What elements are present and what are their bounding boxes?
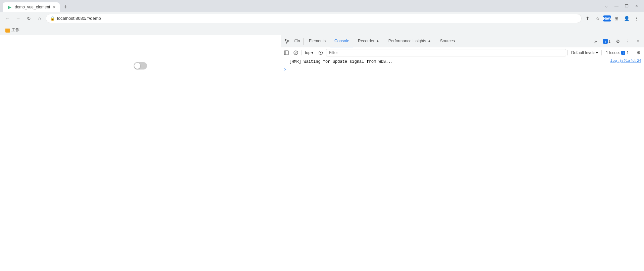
- svg-rect-1: [298, 40, 300, 42]
- tab-favicon: ▶: [7, 4, 12, 10]
- bookmark-icon[interactable]: ☆: [593, 14, 602, 23]
- svg-line-7: [294, 51, 297, 54]
- tab-performance-insights[interactable]: Performance insights ▲: [384, 35, 435, 47]
- devtools-settings-button[interactable]: ⚙: [613, 37, 623, 46]
- device-emulation-button[interactable]: [292, 37, 302, 46]
- tab-sources[interactable]: Sources: [436, 35, 459, 47]
- browser-window: ▶ demo_vue_element × + ⌄ — ❐ × ← → ↻ ⌂ 🔒…: [0, 0, 644, 271]
- toggle-switch[interactable]: [134, 62, 147, 70]
- devtools-close-button[interactable]: ×: [633, 37, 643, 46]
- console-filter-input[interactable]: [326, 49, 566, 56]
- devtools-panel: Elements Console Recorder ▲ Performance …: [281, 35, 644, 271]
- profile-button[interactable]: 👤: [622, 14, 631, 23]
- new-tab-button[interactable]: +: [61, 2, 71, 12]
- console-prompt-line[interactable]: >: [281, 66, 644, 73]
- tab-close-button[interactable]: ×: [53, 5, 55, 9]
- extensions-button[interactable]: ⊞: [612, 14, 621, 23]
- extension-icon[interactable]: New: [603, 15, 611, 21]
- prompt-chevron: >: [284, 67, 286, 72]
- devtools-toolbar: top ▾ Default levels ▾ 1 Issue:: [281, 47, 644, 58]
- title-bar-controls: ⌄ — ❐ ×: [602, 1, 641, 11]
- tab-elements[interactable]: Elements: [305, 35, 330, 47]
- bookmark-folder-icon: [5, 29, 10, 33]
- clear-console-button[interactable]: [292, 49, 300, 57]
- devtools-header: Elements Console Recorder ▲ Performance …: [281, 35, 644, 47]
- console-log-text: [HMR] Waiting for update signal from WDS…: [289, 59, 604, 65]
- back-button[interactable]: ←: [3, 14, 12, 23]
- refresh-button[interactable]: ↻: [24, 14, 34, 23]
- tab-recorder[interactable]: Recorder ▲: [354, 35, 384, 47]
- minimize-button[interactable]: —: [612, 1, 621, 11]
- home-button[interactable]: ⌂: [35, 14, 44, 23]
- console-entry-hmr: [HMR] Waiting for update signal from WDS…: [281, 58, 644, 66]
- page-area: [0, 35, 281, 271]
- console-issues-button[interactable]: 1 Issue: i 1: [603, 50, 632, 56]
- bookmarks-bar: 工作: [0, 25, 644, 35]
- bookmark-label: 工作: [11, 27, 19, 33]
- more-tabs-button[interactable]: »: [591, 37, 600, 46]
- svg-text:i: i: [623, 51, 624, 55]
- title-bar: ▶ demo_vue_element × + ⌄ — ❐ ×: [0, 0, 644, 12]
- close-button[interactable]: ×: [632, 1, 641, 11]
- tab-title: demo_vue_element: [15, 5, 50, 9]
- chevron-down-icon[interactable]: ⌄: [602, 1, 611, 11]
- address-bar: ← → ↻ ⌂ 🔒 localhost:8080/#/demo ⬆ ☆ New …: [0, 12, 644, 25]
- log-levels-button[interactable]: Default levels ▾: [569, 50, 600, 56]
- console-sidebar-button[interactable]: [282, 49, 290, 57]
- settings-button[interactable]: ⋮: [632, 14, 641, 23]
- context-selector[interactable]: top ▾: [303, 50, 315, 56]
- main-content: Elements Console Recorder ▲ Performance …: [0, 35, 644, 271]
- issues-count: 1: [627, 50, 629, 55]
- svg-text:i: i: [605, 40, 606, 43]
- console-settings-button[interactable]: ⚙: [635, 49, 643, 57]
- issues-button[interactable]: i 1: [601, 37, 612, 46]
- issues-label: 1 Issue:: [606, 50, 620, 55]
- inspect-element-button[interactable]: [282, 37, 292, 46]
- tab-bar: ▶ demo_vue_element × +: [3, 0, 600, 12]
- svg-rect-0: [295, 40, 298, 42]
- lock-icon: 🔒: [50, 16, 55, 21]
- console-log-source[interactable]: log.js?1afd:24: [605, 59, 641, 63]
- tab-console[interactable]: Console: [330, 35, 353, 47]
- live-expression-button[interactable]: [317, 49, 325, 57]
- address-bar-right: ⬆ ☆ New ⊞ 👤 ⋮: [583, 14, 641, 23]
- svg-point-9: [320, 52, 321, 53]
- url-bar[interactable]: 🔒 localhost:8080/#/demo: [46, 14, 582, 23]
- active-tab[interactable]: ▶ demo_vue_element ×: [3, 2, 60, 12]
- url-text: localhost:8080/#/demo: [57, 16, 577, 21]
- forward-button[interactable]: →: [13, 14, 23, 23]
- maximize-button[interactable]: ❐: [622, 1, 631, 11]
- bookmark-item-work[interactable]: 工作: [3, 27, 22, 34]
- devtools-more-button[interactable]: ⋮: [623, 37, 633, 46]
- share-icon[interactable]: ⬆: [583, 14, 592, 23]
- svg-rect-4: [284, 51, 288, 55]
- console-output: [HMR] Waiting for update signal from WDS…: [281, 58, 644, 271]
- devtools-header-right: » i 1 ⚙ ⋮ ×: [591, 37, 643, 46]
